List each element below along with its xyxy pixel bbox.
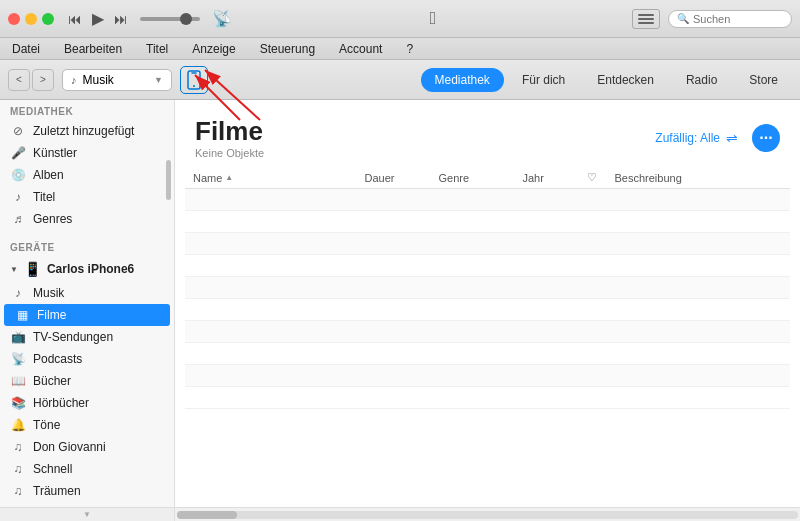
tv-icon: 📺 [10,330,26,344]
col-dauer[interactable]: Dauer [365,171,435,184]
col-name[interactable]: Name ▲ [193,171,361,184]
device-header[interactable]: ▼ 📱 Carlos iPhone6 [0,256,174,282]
rewind-button[interactable]: ⏮ [66,9,84,29]
apple-logo:  [430,8,437,29]
track-icon: ♪ [10,190,26,204]
menu-bar: Datei Bearbeiten Titel Anzeige Steuerung… [0,38,800,60]
window-controls [8,13,54,25]
toolbar: < > ♪ Musik ▼ Mediathek Für dich Entdeck… [0,60,800,100]
title-bar: ⏮ ▶ ⏭ 📡  🔍 [0,0,800,38]
sidebar-label-traeumen: Träumen [33,484,81,498]
device-icon-button[interactable] [180,66,208,94]
list-view-button[interactable] [632,9,660,29]
sidebar-label-filme: Filme [37,308,66,322]
iphone-icon [186,70,202,90]
col-jahr[interactable]: Jahr [523,171,583,184]
search-box[interactable]: 🔍 [668,10,792,28]
sidebar-item-zuletzt[interactable]: ⊘ Zuletzt hinzugefügt [0,120,174,142]
sidebar-label-genres: Genres [33,212,72,226]
table-row [185,299,790,321]
menu-anzeige[interactable]: Anzeige [188,42,239,56]
sidebar-item-filme[interactable]: ▦ Filme [4,304,170,326]
menu-titel[interactable]: Titel [142,42,172,56]
col-heart[interactable]: ♡ [587,171,611,184]
sidebar-bottom-scroll: ▼ [0,507,174,521]
more-options-button[interactable]: ··· [752,124,780,152]
sidebar-label-alben: Alben [33,168,64,182]
sidebar-label-musik: Musik [33,286,64,300]
playlist3-icon: ♫ [10,484,26,498]
menu-help[interactable]: ? [402,42,417,56]
playlist2-icon: ♫ [10,462,26,476]
tab-mediathek[interactable]: Mediathek [421,68,504,92]
random-label: Zufällig: Alle [655,131,720,145]
menu-account[interactable]: Account [335,42,386,56]
play-button[interactable]: ▶ [90,7,106,30]
nav-back-button[interactable]: < [8,69,30,91]
sidebar-label-buecher: Bücher [33,374,71,388]
search-input[interactable] [693,13,783,25]
sidebar-label-toene: Töne [33,418,60,432]
table-row [185,233,790,255]
sidebar-item-titel[interactable]: ♪ Titel [0,186,174,208]
sidebar-item-genres[interactable]: ♬ Genres [0,208,174,230]
musik-icon: ♪ [10,286,26,300]
sidebar-item-musik[interactable]: ♪ Musik [0,282,174,304]
menu-bearbeiten[interactable]: Bearbeiten [60,42,126,56]
menu-datei[interactable]: Datei [8,42,44,56]
menu-steuerung[interactable]: Steuerung [256,42,319,56]
tab-fuer-dich[interactable]: Für dich [508,68,579,92]
table-header: Name ▲ Dauer Genre Jahr ♡ Beschreibung [185,167,790,189]
sidebar-scrollbar[interactable] [166,160,171,200]
audiobook-icon: 📚 [10,396,26,410]
device-icon: 📱 [24,261,41,277]
sidebar-item-don-giovanni[interactable]: ♫ Don Giovanni [0,436,174,458]
minimize-button[interactable] [25,13,37,25]
nav-forward-button[interactable]: > [32,69,54,91]
tab-store[interactable]: Store [735,68,792,92]
close-button[interactable] [8,13,20,25]
sidebar-item-tv-sendungen[interactable]: 📺 TV-Sendungen [0,326,174,348]
device-name: Carlos iPhone6 [47,262,134,276]
tab-radio[interactable]: Radio [672,68,731,92]
sidebar-item-podcasts[interactable]: 📡 Podcasts [0,348,174,370]
sidebar-label-hoerbuecher: Hörbücher [33,396,89,410]
sidebar-item-toene[interactable]: 🔔 Töne [0,414,174,436]
volume-slider[interactable] [140,17,200,21]
volume-thumb [180,13,192,25]
col-beschreibung[interactable]: Beschreibung [615,171,783,184]
sidebar-item-alben[interactable]: 💿 Alben [0,164,174,186]
table-row [185,255,790,277]
sidebar-label-titel: Titel [33,190,55,204]
sidebar-label-don-giovanni: Don Giovanni [33,440,106,454]
svg-point-1 [193,85,195,87]
shuffle-icon: ⇌ [726,130,738,146]
forward-button[interactable]: ⏭ [112,9,130,29]
main-content: Mediathek ⊘ Zuletzt hinzugefügt 🎤 Künstl… [0,100,800,521]
chevron-down-icon: ▼ [154,75,163,85]
scroll-down-icon: ▼ [83,510,91,519]
tab-entdecken[interactable]: Entdecken [583,68,668,92]
sidebar-label-zuletzt: Zuletzt hinzugefügt [33,124,134,138]
sidebar-label-podcasts: Podcasts [33,352,82,366]
sidebar-item-buecher[interactable]: 📖 Bücher [0,370,174,392]
table-row [185,321,790,343]
scrollbar-track [177,511,798,519]
sidebar-item-schnell[interactable]: ♫ Schnell [0,458,174,480]
maximize-button[interactable] [42,13,54,25]
podcast-icon: 📡 [10,352,26,366]
sidebar-item-traeumen[interactable]: ♫ Träumen [0,480,174,502]
sidebar-item-kuenstler[interactable]: 🎤 Künstler [0,142,174,164]
scrollbar-thumb[interactable] [177,511,237,519]
list-line [638,14,654,16]
random-button[interactable]: Zufällig: Alle ⇌ ··· [655,124,780,152]
music-note-icon: ♪ [71,74,77,86]
col-genre[interactable]: Genre [439,171,519,184]
airplay-button[interactable]: 📡 [210,7,234,30]
library-selector[interactable]: ♪ Musik ▼ [62,69,172,91]
sidebar-item-hoerbuecher[interactable]: 📚 Hörbücher [0,392,174,414]
table-row [185,387,790,409]
tone-icon: 🔔 [10,418,26,432]
horizontal-scrollbar[interactable] [175,507,800,521]
content-title: Filme [195,116,263,147]
